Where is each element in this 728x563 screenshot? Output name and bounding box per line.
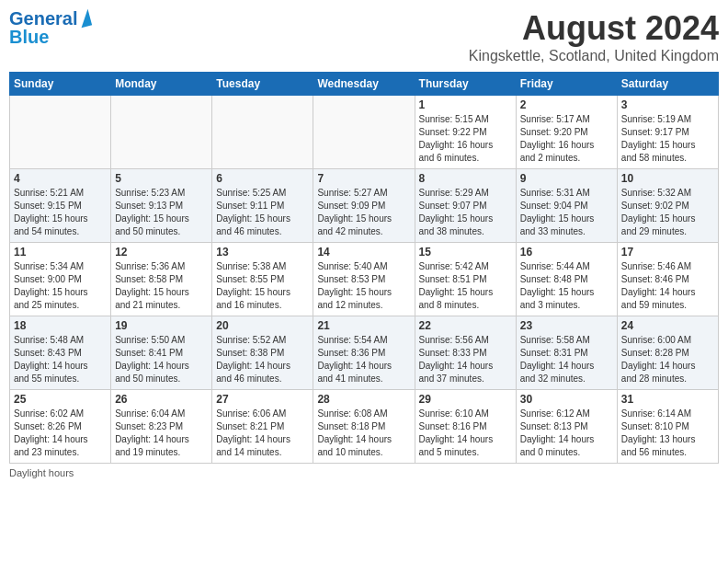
table-cell: 6Sunrise: 5:25 AM Sunset: 9:11 PM Daylig… [212, 169, 313, 243]
day-number: 22 [419, 319, 512, 332]
week-row-4: 18Sunrise: 5:48 AM Sunset: 8:43 PM Dayli… [10, 316, 719, 390]
day-number: 28 [317, 393, 410, 406]
table-cell: 24Sunrise: 6:00 AM Sunset: 8:28 PM Dayli… [617, 316, 718, 390]
table-cell: 1Sunrise: 5:15 AM Sunset: 9:22 PM Daylig… [415, 96, 516, 169]
table-cell: 10Sunrise: 5:32 AM Sunset: 9:02 PM Dayli… [617, 169, 718, 243]
table-cell: 23Sunrise: 5:58 AM Sunset: 8:31 PM Dayli… [516, 316, 617, 390]
day-info: Sunrise: 5:21 AM Sunset: 9:15 PM Dayligh… [14, 187, 107, 238]
location-title: Kingskettle, Scotland, United Kingdom [469, 48, 719, 64]
day-info: Sunrise: 5:56 AM Sunset: 8:33 PM Dayligh… [419, 334, 512, 385]
logo: General Blue [9, 9, 90, 46]
title-area: August 2024 Kingskettle, Scotland, Unite… [469, 9, 719, 64]
week-row-5: 25Sunrise: 6:02 AM Sunset: 8:26 PM Dayli… [10, 390, 719, 464]
table-cell: 26Sunrise: 6:04 AM Sunset: 8:23 PM Dayli… [111, 390, 212, 464]
weekday-header-monday: Monday [111, 73, 212, 96]
table-cell: 29Sunrise: 6:10 AM Sunset: 8:16 PM Dayli… [415, 390, 516, 464]
day-number: 11 [14, 246, 107, 259]
day-number: 4 [14, 172, 107, 185]
day-info: Sunrise: 6:12 AM Sunset: 8:13 PM Dayligh… [520, 408, 613, 459]
day-info: Sunrise: 6:10 AM Sunset: 8:16 PM Dayligh… [419, 408, 512, 459]
table-cell: 13Sunrise: 5:38 AM Sunset: 8:55 PM Dayli… [212, 243, 313, 316]
table-cell: 30Sunrise: 6:12 AM Sunset: 8:13 PM Dayli… [516, 390, 617, 464]
day-number: 2 [520, 98, 613, 111]
day-info: Sunrise: 5:32 AM Sunset: 9:02 PM Dayligh… [621, 187, 714, 238]
day-number: 19 [115, 319, 208, 332]
day-info: Sunrise: 5:42 AM Sunset: 8:51 PM Dayligh… [419, 260, 512, 312]
day-number: 21 [317, 319, 410, 332]
day-info: Sunrise: 6:04 AM Sunset: 8:23 PM Dayligh… [115, 408, 208, 459]
logo-blue: Blue [9, 28, 49, 46]
day-number: 18 [14, 319, 107, 332]
table-cell: 14Sunrise: 5:40 AM Sunset: 8:53 PM Dayli… [313, 243, 415, 316]
table-cell: 27Sunrise: 6:06 AM Sunset: 8:21 PM Dayli… [212, 390, 313, 464]
day-number: 30 [520, 393, 613, 406]
daylight-label: Daylight hours [9, 467, 74, 478]
day-info: Sunrise: 6:02 AM Sunset: 8:26 PM Dayligh… [14, 408, 107, 459]
calendar-header: SundayMondayTuesdayWednesdayThursdayFrid… [10, 73, 719, 96]
table-cell: 25Sunrise: 6:02 AM Sunset: 8:26 PM Dayli… [10, 390, 111, 464]
weekday-header-wednesday: Wednesday [313, 73, 415, 96]
table-cell: 4Sunrise: 5:21 AM Sunset: 9:15 PM Daylig… [10, 169, 111, 243]
day-info: Sunrise: 5:31 AM Sunset: 9:04 PM Dayligh… [520, 187, 613, 238]
table-cell: 5Sunrise: 5:23 AM Sunset: 9:13 PM Daylig… [111, 169, 212, 243]
day-info: Sunrise: 5:27 AM Sunset: 9:09 PM Dayligh… [317, 187, 410, 238]
day-number: 20 [216, 319, 309, 332]
table-cell [111, 96, 212, 169]
day-number: 1 [419, 98, 512, 111]
footer-note: Daylight hours [9, 467, 719, 478]
table-cell [212, 96, 313, 169]
logo-general: General [9, 8, 77, 29]
day-number: 12 [115, 246, 208, 259]
day-info: Sunrise: 5:25 AM Sunset: 9:11 PM Dayligh… [216, 187, 309, 238]
table-cell: 11Sunrise: 5:34 AM Sunset: 9:00 PM Dayli… [10, 243, 111, 316]
table-cell: 28Sunrise: 6:08 AM Sunset: 8:18 PM Dayli… [313, 390, 415, 464]
logo-arrow-icon [77, 9, 92, 28]
day-info: Sunrise: 5:52 AM Sunset: 8:38 PM Dayligh… [216, 334, 309, 385]
day-info: Sunrise: 5:46 AM Sunset: 8:46 PM Dayligh… [621, 260, 714, 312]
day-number: 17 [621, 246, 714, 259]
table-cell: 15Sunrise: 5:42 AM Sunset: 8:51 PM Dayli… [415, 243, 516, 316]
table-cell: 22Sunrise: 5:56 AM Sunset: 8:33 PM Dayli… [415, 316, 516, 390]
day-info: Sunrise: 6:08 AM Sunset: 8:18 PM Dayligh… [317, 408, 410, 459]
day-info: Sunrise: 6:06 AM Sunset: 8:21 PM Dayligh… [216, 408, 309, 459]
day-info: Sunrise: 6:00 AM Sunset: 8:28 PM Dayligh… [621, 334, 714, 385]
day-number: 7 [317, 172, 410, 185]
day-number: 29 [419, 393, 512, 406]
weekday-header-tuesday: Tuesday [212, 73, 313, 96]
day-info: Sunrise: 5:17 AM Sunset: 9:20 PM Dayligh… [520, 113, 613, 165]
day-number: 6 [216, 172, 309, 185]
table-cell [313, 96, 415, 169]
day-number: 15 [419, 246, 512, 259]
day-number: 27 [216, 393, 309, 406]
day-number: 14 [317, 246, 410, 259]
weekday-header-sunday: Sunday [10, 73, 111, 96]
day-number: 23 [520, 319, 613, 332]
weekday-header-row: SundayMondayTuesdayWednesdayThursdayFrid… [10, 73, 719, 96]
day-number: 8 [419, 172, 512, 185]
week-row-1: 1Sunrise: 5:15 AM Sunset: 9:22 PM Daylig… [10, 96, 719, 169]
table-cell: 16Sunrise: 5:44 AM Sunset: 8:48 PM Dayli… [516, 243, 617, 316]
day-number: 24 [621, 319, 714, 332]
day-info: Sunrise: 5:50 AM Sunset: 8:41 PM Dayligh… [115, 334, 208, 385]
day-info: Sunrise: 5:54 AM Sunset: 8:36 PM Dayligh… [317, 334, 410, 385]
day-number: 13 [216, 246, 309, 259]
day-info: Sunrise: 5:40 AM Sunset: 8:53 PM Dayligh… [317, 260, 410, 312]
table-cell: 9Sunrise: 5:31 AM Sunset: 9:04 PM Daylig… [516, 169, 617, 243]
table-cell: 18Sunrise: 5:48 AM Sunset: 8:43 PM Dayli… [10, 316, 111, 390]
day-info: Sunrise: 5:19 AM Sunset: 9:17 PM Dayligh… [621, 113, 714, 165]
table-cell: 31Sunrise: 6:14 AM Sunset: 8:10 PM Dayli… [617, 390, 718, 464]
day-info: Sunrise: 5:29 AM Sunset: 9:07 PM Dayligh… [419, 187, 512, 238]
table-cell: 7Sunrise: 5:27 AM Sunset: 9:09 PM Daylig… [313, 169, 415, 243]
day-number: 5 [115, 172, 208, 185]
day-info: Sunrise: 5:15 AM Sunset: 9:22 PM Dayligh… [419, 113, 512, 165]
day-info: Sunrise: 5:34 AM Sunset: 9:00 PM Dayligh… [14, 260, 107, 312]
day-info: Sunrise: 5:48 AM Sunset: 8:43 PM Dayligh… [14, 334, 107, 385]
weekday-header-thursday: Thursday [415, 73, 516, 96]
logo-text: General [9, 9, 77, 28]
day-number: 10 [621, 172, 714, 185]
day-number: 9 [520, 172, 613, 185]
day-info: Sunrise: 5:38 AM Sunset: 8:55 PM Dayligh… [216, 260, 309, 312]
table-cell: 12Sunrise: 5:36 AM Sunset: 8:58 PM Dayli… [111, 243, 212, 316]
weekday-header-saturday: Saturday [617, 73, 718, 96]
week-row-3: 11Sunrise: 5:34 AM Sunset: 9:00 PM Dayli… [10, 243, 719, 316]
